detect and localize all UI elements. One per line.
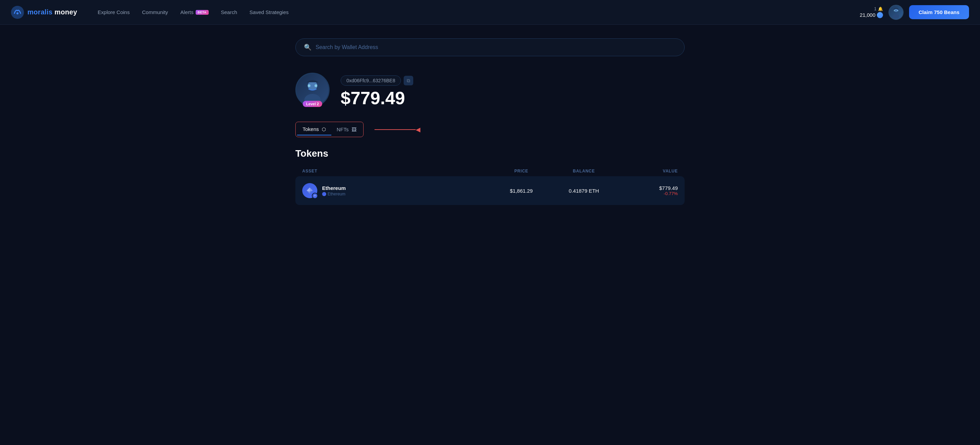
nav-community[interactable]: Community <box>142 9 168 15</box>
tab-tokens-label: Tokens <box>302 126 319 132</box>
tokens-icon: ⬡ <box>322 126 326 132</box>
nav-saved-strategies[interactable]: Saved Strategies <box>250 9 288 15</box>
tab-nfts[interactable]: NFTs 🖼 <box>331 124 362 135</box>
chain-dot-icon <box>322 192 326 196</box>
tokens-section: Tokens ASSET PRICE BALANCE VALUE <box>295 148 685 205</box>
token-change: -0.77% <box>615 191 678 196</box>
nav-alerts[interactable]: Alerts BETA <box>180 9 208 15</box>
profile-avatar-wrapper: Level 2 <box>295 73 329 107</box>
svg-point-1 <box>16 12 19 14</box>
tab-arrow-indicator: ◀ <box>374 126 420 133</box>
token-value: $779.49 <box>615 185 678 191</box>
svg-point-8 <box>308 85 310 87</box>
col-header-value: VALUE <box>615 169 678 174</box>
svg-point-5 <box>897 10 898 11</box>
table-header: ASSET PRICE BALANCE VALUE <box>295 166 685 176</box>
token-logo <box>302 183 317 198</box>
profile-info: 0xd06Ffc9...63276BE8 ⧉ $779.49 <box>340 73 413 108</box>
coins-display: 1 🔔 21,000 <box>860 6 883 18</box>
arrow-line <box>374 129 416 130</box>
token-info: Ethereum Ethereum <box>322 185 346 196</box>
asset-cell: Ethereum Ethereum <box>302 183 490 198</box>
user-avatar[interactable] <box>889 5 904 20</box>
token-balance: 0.41879 ETH <box>553 188 616 194</box>
svg-point-9 <box>315 85 317 87</box>
tab-tokens[interactable]: Tokens ⬡ <box>297 123 331 136</box>
col-header-price: PRICE <box>490 169 553 174</box>
tabs-container: Tokens ⬡ NFTs 🖼 ◀ <box>295 122 685 137</box>
svg-marker-14 <box>313 195 316 196</box>
search-bar: 🔍 <box>295 38 685 56</box>
logo-text: moralis money <box>27 8 77 16</box>
claim-beans-button[interactable]: Claim 750 Beans <box>909 5 969 19</box>
svg-point-2 <box>894 9 898 12</box>
main-content: 🔍 Level 2 0xd06Ffc9...63276BE8 ⧉ <box>285 25 695 222</box>
chain-badge <box>312 193 318 199</box>
beta-badge: BETA <box>196 10 209 15</box>
coins-notification: 1 🔔 <box>874 6 883 11</box>
coin-icon <box>877 12 883 18</box>
copy-address-button[interactable]: ⧉ <box>404 76 413 85</box>
moralis-logo-icon <box>11 6 24 19</box>
wallet-search-input[interactable] <box>316 44 676 50</box>
chain-badge-icon <box>313 194 317 198</box>
profile-avatar-image <box>299 76 326 104</box>
nav-links: Explore Coins Community Alerts BETA Sear… <box>98 9 846 15</box>
wallet-address-row: 0xd06Ffc9...63276BE8 ⧉ <box>340 75 413 86</box>
navbar: moralis money Explore Coins Community Al… <box>0 0 980 25</box>
token-value-cell: $779.49 -0.77% <box>615 185 678 196</box>
search-icon: 🔍 <box>304 43 312 51</box>
avatar-image <box>890 6 902 19</box>
arrow-head-icon: ◀ <box>416 126 420 133</box>
coins-count: 21,000 <box>860 12 883 18</box>
nav-explore-coins[interactable]: Explore Coins <box>98 9 129 15</box>
profile-section: Level 2 0xd06Ffc9...63276BE8 ⧉ $779.49 <box>295 73 685 108</box>
tab-nfts-label: NFTs <box>337 126 349 132</box>
tabs-wrapper: Tokens ⬡ NFTs 🖼 <box>295 122 364 137</box>
token-name: Ethereum <box>322 185 346 191</box>
col-header-balance: BALANCE <box>553 169 616 174</box>
level-badge: Level 2 <box>302 101 322 107</box>
search-container: 🔍 <box>295 38 685 56</box>
svg-point-4 <box>894 10 895 11</box>
token-price: $1,861.29 <box>490 188 553 194</box>
nav-right: 1 🔔 21,000 Claim 750 Beans <box>860 5 969 20</box>
portfolio-value: $779.49 <box>340 88 413 108</box>
logo[interactable]: moralis money <box>11 6 77 19</box>
svg-point-3 <box>893 14 899 19</box>
wallet-address: 0xd06Ffc9...63276BE8 <box>340 75 401 86</box>
nav-search[interactable]: Search <box>221 9 237 15</box>
tokens-title: Tokens <box>295 148 685 159</box>
nfts-icon: 🖼 <box>352 127 356 132</box>
col-header-asset: ASSET <box>302 169 490 174</box>
table-row: Ethereum Ethereum $1,861.29 0.41879 ETH … <box>295 176 685 205</box>
token-chain: Ethereum <box>322 191 346 196</box>
